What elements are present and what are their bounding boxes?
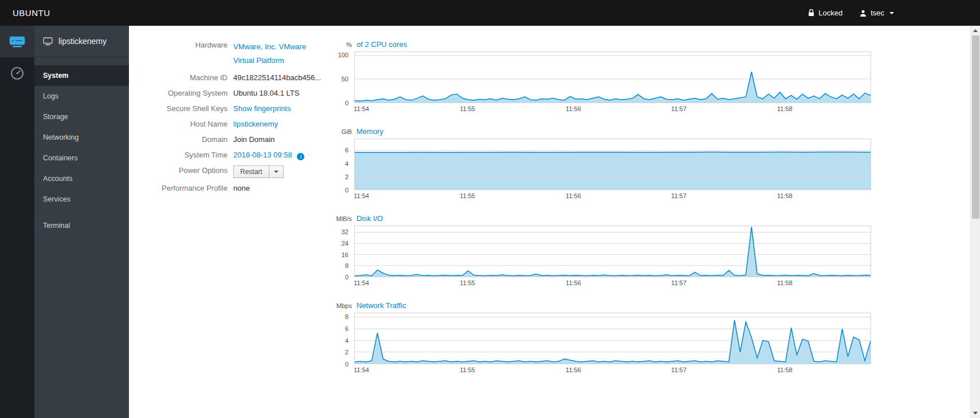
info-icon[interactable]: i — [297, 153, 304, 160]
sidebar-item-containers[interactable]: Containers — [34, 148, 129, 168]
hardware-link[interactable]: VMware, Inc. VMware Virtual Platform — [233, 40, 309, 68]
server-icon — [9, 35, 26, 49]
cpu-chart-unit-label: % — [327, 41, 352, 48]
y-tick-label: 24 — [342, 240, 348, 247]
user-icon — [860, 10, 867, 17]
x-tick-label: 11:54 — [354, 366, 369, 373]
locked-indicator[interactable]: Locked — [808, 9, 842, 17]
disk-chart-title-link[interactable]: Disk I/O — [356, 214, 383, 223]
chart-svg — [355, 52, 871, 102]
x-tick-label: 11:55 — [460, 279, 475, 286]
vertical-scrollbar[interactable] — [970, 26, 980, 418]
sidebar-item-networking[interactable]: Networking — [34, 127, 129, 148]
y-tick-label: 0 — [345, 361, 348, 368]
sidebar-item-system[interactable]: System — [34, 65, 129, 86]
sidebar-item-terminal[interactable]: Terminal — [34, 215, 129, 236]
host-name-label: lipstickenemy — [58, 37, 107, 46]
network-chart-header: Mbps Network Traffic — [327, 301, 871, 310]
y-tick-label: 100 — [338, 52, 348, 58]
network-traffic-chart: Mbps Network Traffic 02468 11:5411:5511:… — [327, 301, 871, 374]
y-tick-label: 2 — [345, 349, 348, 356]
host-name-link[interactable]: lipstickenemy — [233, 119, 278, 129]
cpu-chart-title-link[interactable]: of 2 CPU cores — [356, 40, 407, 49]
chart-svg — [355, 226, 871, 277]
x-tick-label: 11:56 — [566, 192, 581, 199]
detail-row-machine-id: Machine ID 49c1822514114bacb456... — [129, 73, 327, 83]
host-selector[interactable]: lipstickenemy — [34, 26, 129, 57]
network-chart-title-link[interactable]: Network Traffic — [356, 301, 406, 310]
scrollbar-thumb[interactable] — [972, 36, 979, 219]
lock-icon — [808, 9, 814, 17]
user-menu[interactable]: tsec — [860, 9, 894, 17]
detail-row-system-time: System Time 2018-08-13 09:58 i — [129, 150, 327, 160]
scrollbar-down-arrow[interactable] — [971, 408, 980, 418]
show-fingerprints-link[interactable]: Show fingerprints — [233, 104, 291, 114]
charts-panel: % of 2 CPU cores 050100 11:5411:5511:561… — [327, 40, 871, 418]
x-tick-label: 11:56 — [566, 279, 581, 286]
memory-chart-header: GiB Memory — [327, 127, 871, 136]
network-chart-plot-area — [354, 313, 871, 364]
y-tick-label: 16 — [342, 251, 348, 258]
system-time-value-group: 2018-08-13 09:58 i — [233, 150, 304, 160]
machine-id-label: Machine ID — [129, 73, 233, 83]
chart-svg — [355, 313, 871, 364]
y-tick-label: 8 — [345, 313, 348, 320]
performance-profile-label: Performance Profile — [129, 183, 233, 194]
chevron-down-icon — [889, 12, 894, 14]
detail-row-host-name: Host Name lipstickenemy — [129, 119, 327, 129]
x-tick-label: 11:58 — [777, 279, 793, 286]
host-icon — [43, 37, 53, 46]
system-details-panel: Hardware VMware, Inc. VMware Virtual Pla… — [129, 40, 327, 418]
join-domain-link[interactable]: Join Domain — [233, 135, 275, 145]
sidebar-item-accounts[interactable]: Accounts — [34, 168, 129, 189]
y-tick-label: 32 — [342, 228, 348, 235]
memory-chart-plot-area — [354, 139, 871, 190]
restart-button[interactable]: Restart — [233, 165, 269, 178]
chart-svg — [355, 139, 871, 190]
x-tick-label: 11:55 — [460, 105, 475, 112]
x-tick-label: 11:57 — [671, 366, 687, 373]
y-tick-label: 4 — [345, 160, 348, 167]
cpu-chart-body: 050100 — [327, 52, 871, 103]
detail-row-domain: Domain Join Domain — [129, 135, 327, 145]
sidebar-item-storage[interactable]: Storage — [34, 107, 129, 127]
system-page: Hardware VMware, Inc. VMware Virtual Pla… — [129, 26, 980, 418]
y-tick-label: 2 — [345, 173, 348, 180]
x-tick-label: 11:54 — [354, 105, 369, 112]
y-tick-label: 6 — [345, 325, 348, 332]
domain-label: Domain — [129, 135, 233, 145]
x-tick-label: 11:58 — [777, 192, 793, 199]
x-tick-label: 11:54 — [354, 192, 369, 199]
scrollbar-up-arrow[interactable] — [971, 26, 980, 36]
app-icon-strip — [0, 26, 34, 418]
x-tick-label: 11:55 — [460, 192, 475, 199]
detail-row-performance-profile: Performance Profile none — [129, 183, 327, 194]
dashboard-tab[interactable] — [0, 57, 34, 89]
sidebar-item-logs[interactable]: Logs — [34, 86, 129, 107]
disk-io-chart: MiB/s Disk I/O 08162432 11:5411:5511:561… — [327, 214, 871, 287]
x-tick-label: 11:56 — [566, 105, 581, 112]
hardware-label: Hardware — [129, 40, 233, 50]
host-machine-tab[interactable] — [0, 26, 34, 57]
sidebar-nav: System Logs Storage Networking Container… — [34, 57, 129, 236]
performance-profile-value: none — [233, 183, 250, 194]
x-tick-label: 11:57 — [671, 279, 687, 286]
y-tick-label: 0 — [345, 187, 348, 194]
operating-system-value: Ubuntu 18.04.1 LTS — [233, 88, 299, 98]
power-options-dropdown-button[interactable] — [269, 165, 284, 178]
secure-shell-keys-label: Secure Shell Keys — [129, 104, 233, 114]
y-tick-label: 8 — [345, 262, 348, 269]
network-chart-body: 02468 — [327, 313, 871, 364]
sidebar-item-services[interactable]: Services — [34, 189, 129, 210]
cpu-usage-chart: % of 2 CPU cores 050100 11:5411:5511:561… — [327, 40, 871, 113]
x-tick-label: 11:57 — [671, 192, 687, 199]
system-time-link[interactable]: 2018-08-13 09:58 — [233, 151, 292, 159]
memory-chart-title-link[interactable]: Memory — [356, 127, 383, 136]
topbar-right-group: Locked tsec — [808, 9, 980, 17]
memory-chart-body: 0246 — [327, 139, 871, 190]
cpu-y-axis-labels: 050100 — [327, 52, 352, 103]
brand-logo: UBUNTU — [13, 8, 50, 18]
machine-id-value: 49c1822514114bacb456... — [233, 73, 321, 83]
host-name-field-label: Host Name — [129, 119, 233, 129]
disk-chart-header: MiB/s Disk I/O — [327, 214, 871, 223]
